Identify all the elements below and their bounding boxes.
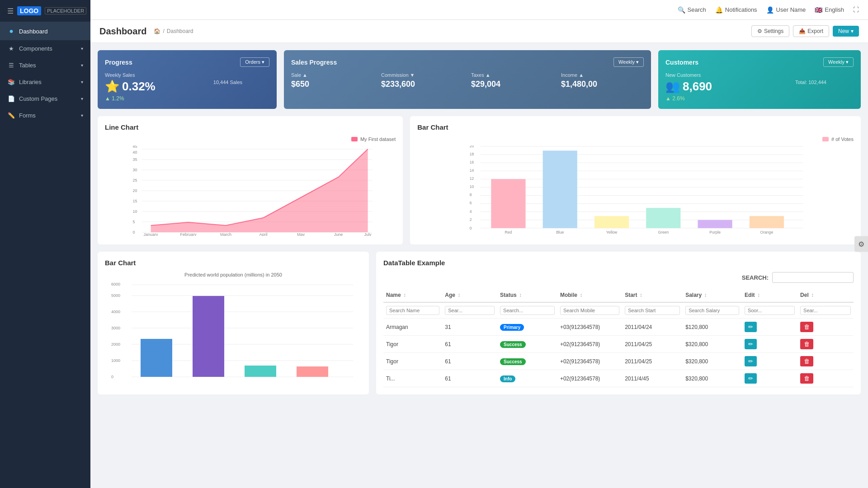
search-name-input[interactable] [386, 306, 439, 315]
bar-yellow[interactable] [594, 216, 629, 228]
cell-status: Success [497, 336, 557, 353]
commission-label: Commission ▼ [381, 72, 464, 78]
col-status[interactable]: Status ↕ [497, 288, 557, 302]
edit-button[interactable]: ✏ [745, 322, 757, 332]
search-del-input[interactable] [800, 306, 851, 315]
search-button[interactable]: 🔍 Search [678, 6, 706, 14]
datatable-search-input[interactable] [772, 272, 854, 283]
bottom-bar-svg: 0 1000 2000 3000 4000 5000 6000 [105, 281, 362, 380]
col-edit[interactable]: Edit ↕ [742, 288, 797, 302]
commission-value: $233,600 [381, 80, 464, 89]
delete-button[interactable]: 🗑 [800, 356, 813, 366]
sidebar-item-label: Libraries [19, 79, 77, 85]
notifications-button[interactable]: 🔔 Notifications [715, 6, 757, 14]
bar-africa[interactable] [141, 339, 172, 377]
svg-text:July: July [364, 232, 372, 236]
orders-dropdown[interactable]: Orders ▾ [240, 57, 269, 67]
progress-trend: ▲ 1.2% [105, 95, 269, 102]
svg-text:10: 10 [470, 184, 474, 189]
col-age[interactable]: Age ↕ [442, 288, 497, 302]
sidebar-item-label: Components [19, 45, 77, 52]
svg-text:12: 12 [470, 176, 474, 181]
language-button[interactable]: 🇬🇧 English [815, 6, 844, 14]
edit-button[interactable]: ✏ [745, 339, 757, 349]
dropdown-icon: ▾ [851, 28, 854, 34]
search-salary-input[interactable] [685, 306, 739, 315]
delete-button[interactable]: 🗑 [800, 339, 813, 349]
user-icon: 👤 [766, 6, 774, 14]
bar-latam[interactable] [297, 366, 328, 377]
bar-orange[interactable] [750, 216, 784, 228]
progress-card: Progress Orders ▾ Weekly Sales 10,444 Sa… [98, 50, 277, 109]
bell-icon: 🔔 [715, 6, 723, 14]
export-icon: 📤 [799, 28, 806, 34]
svg-text:Green: Green [658, 230, 669, 235]
delete-button[interactable]: 🗑 [800, 373, 813, 384]
sidebar-item-components[interactable]: ★ Components ▾ [0, 40, 90, 57]
chevron-icon: ▾ [81, 46, 83, 51]
line-chart-svg: 0 5 10 15 20 25 30 35 40 45 [105, 145, 396, 236]
sidebar-item-tables[interactable]: ☰ Tables ▾ [0, 57, 90, 74]
settings-button[interactable]: ⚙ Settings [751, 25, 789, 37]
svg-text:February: February [180, 232, 197, 236]
bar-chart-top-legend: # of Votes [417, 136, 854, 142]
col-mobile[interactable]: Mobile ↕ [557, 288, 622, 302]
search-status-input[interactable] [500, 306, 555, 315]
customers-card: Customers Weekly ▾ New Customers Total: … [658, 50, 861, 109]
svg-text:June: June [334, 232, 343, 236]
income-label: Income ▲ [561, 72, 644, 78]
chevron-icon: ▾ [81, 80, 83, 84]
edit-button[interactable]: ✏ [745, 373, 757, 384]
col-salary[interactable]: Salary ↕ [683, 288, 742, 302]
sidebar-item-custom-pages[interactable]: 📄 Custom Pages ▾ [0, 90, 90, 107]
sidebar-item-dashboard[interactable]: ● Dashboard [0, 22, 90, 40]
cell-name: Tigor [383, 353, 442, 370]
bar-blue[interactable] [543, 150, 577, 228]
expand-icon: ⛶ [853, 6, 859, 13]
cell-mobile: +02(912364578) [557, 336, 622, 353]
bar-asia[interactable] [193, 296, 224, 377]
bar-europe[interactable] [245, 366, 276, 377]
search-mobile-input[interactable] [560, 306, 619, 315]
search-edit-input[interactable] [745, 306, 795, 315]
customers-card-title: Customers [665, 59, 698, 66]
gear-float-button[interactable]: ⚙ [854, 236, 868, 252]
page-title: Dashboard [99, 26, 146, 37]
svg-text:Yellow: Yellow [606, 230, 618, 235]
custom-pages-icon: 📄 [7, 95, 15, 102]
svg-text:16: 16 [470, 160, 474, 164]
export-button[interactable]: 📤 Export [793, 25, 829, 37]
components-icon: ★ [7, 45, 15, 52]
search-age-input[interactable] [445, 306, 495, 315]
bar-red[interactable] [491, 179, 526, 228]
bar-chart-top-title: Bar Chart [417, 123, 854, 131]
delete-button[interactable]: 🗑 [800, 322, 813, 332]
line-chart-legend: My First dataset [105, 136, 396, 142]
search-start-input[interactable] [625, 306, 680, 315]
sidebar: ☰ LOGO PLACEHOLDER ● Dashboard ★ Compone… [0, 0, 90, 488]
bar-purple[interactable] [698, 220, 732, 228]
table-row: Ti... 61 Info +02(912364578) 2011/4/45 $… [383, 370, 854, 387]
svg-text:Blue: Blue [556, 230, 564, 235]
cell-mobile: +02(912364578) [557, 370, 622, 387]
cell-name: Ti... [383, 370, 442, 387]
table-row: Tigor 61 Success +02(912364578) 2011/04/… [383, 353, 854, 370]
col-name[interactable]: Name ↕ [383, 288, 442, 302]
hamburger-icon[interactable]: ☰ [7, 7, 14, 15]
user-button[interactable]: 👤 User Name [766, 6, 806, 14]
sidebar-item-label: Tables [19, 62, 77, 69]
bar-legend-color [822, 137, 829, 141]
datatable: Name ↕ Age ↕ Status ↕ Mobile ↕ Start ↕ S… [383, 288, 854, 387]
customers-weekly-dropdown[interactable]: Weekly ▾ [823, 57, 854, 67]
edit-button[interactable]: ✏ [745, 356, 757, 366]
sidebar-item-libraries[interactable]: 📚 Libraries ▾ [0, 74, 90, 90]
bar-green[interactable] [646, 208, 680, 228]
expand-button[interactable]: ⛶ [853, 6, 859, 13]
weekly-dropdown[interactable]: Weekly ▾ [613, 57, 644, 67]
new-button[interactable]: New ▾ [833, 26, 859, 37]
tables-icon: ☰ [7, 62, 15, 69]
col-start[interactable]: Start ↕ [622, 288, 683, 302]
sidebar-item-forms[interactable]: ✏️ Forms ▾ [0, 107, 90, 124]
col-del[interactable]: Del ↕ [797, 288, 854, 302]
cell-status: Success [497, 353, 557, 370]
